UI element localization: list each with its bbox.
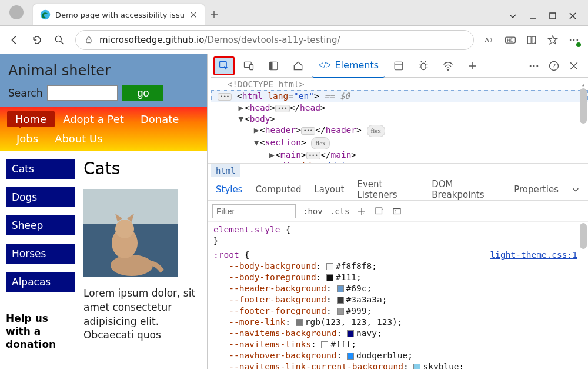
- styles-tab[interactable]: Styles: [216, 184, 243, 195]
- nav-adopt[interactable]: Adopt a Pet: [55, 111, 132, 127]
- css-var-row[interactable]: --footer-foreground: #999;: [213, 305, 588, 317]
- svg-rect-18: [395, 62, 403, 70]
- svg-text:HD: HD: [507, 38, 514, 43]
- tab-title: Demo page with accessibility issu: [55, 11, 185, 19]
- css-var-row[interactable]: --body-foreground: #111;: [213, 272, 588, 283]
- add-tab-icon[interactable]: [462, 56, 483, 75]
- event-listeners-tab[interactable]: Event Listeners: [357, 179, 419, 200]
- chevron-down-icon[interactable]: [508, 11, 517, 21]
- css-var-row[interactable]: --more-link: rgb(123, 123, 123);: [213, 317, 588, 328]
- help-icon[interactable]: ?: [548, 60, 560, 72]
- dock-icon[interactable]: [263, 56, 284, 75]
- cls-toggle[interactable]: .cls: [330, 207, 350, 216]
- network-tab-icon[interactable]: [437, 56, 459, 75]
- css-var-row[interactable]: --body-background: #f8f8f8;: [213, 261, 588, 272]
- bug-tab-icon[interactable]: [413, 56, 434, 75]
- more-icon[interactable]: [568, 34, 580, 46]
- reader-icon[interactable]: [526, 34, 537, 46]
- css-var-row[interactable]: --navitems-links: #fff;: [213, 339, 588, 350]
- source-link[interactable]: light-theme.css:1: [490, 250, 577, 261]
- css-var-row[interactable]: --navhover-background: dodgerblue;: [213, 350, 588, 361]
- layout-tool-icon[interactable]: [374, 206, 385, 217]
- devtools-close-icon[interactable]: [568, 60, 580, 72]
- svg-point-7: [570, 39, 572, 41]
- dom-breakpoints-tab[interactable]: DOM Breakpoints: [432, 179, 501, 200]
- svg-rect-26: [376, 208, 382, 214]
- page-header: Animal shelter Search go: [0, 54, 207, 107]
- favorite-icon[interactable]: [547, 34, 559, 46]
- flex-tool-icon[interactable]: [392, 206, 402, 217]
- svg-point-22: [533, 65, 535, 67]
- svg-rect-1: [550, 13, 556, 19]
- page-viewport: Animal shelter Search go Home Adopt a Pe…: [0, 54, 207, 369]
- svg-point-10: [111, 255, 153, 276]
- hd-icon[interactable]: HD: [505, 34, 516, 46]
- search-go-button[interactable]: go: [122, 85, 163, 101]
- svg-rect-17: [269, 62, 272, 70]
- refresh-icon[interactable]: [31, 34, 44, 46]
- edge-favicon-icon: [40, 9, 51, 20]
- device-toggle-icon[interactable]: [238, 56, 259, 75]
- crumb-html[interactable]: html: [211, 164, 240, 177]
- main-heading: Cats: [83, 159, 201, 178]
- lorem-text: Lorem ipsum dolor, sit amet consectetur …: [83, 287, 201, 343]
- dom-scrollbar[interactable]: ▴: [580, 79, 587, 159]
- back-icon[interactable]: [8, 34, 21, 46]
- styles-tabs: Styles Computed Layout Event Listeners D…: [208, 178, 588, 201]
- url-box[interactable]: microsoftedge.github.io/Demos/devtools-a…: [75, 30, 474, 50]
- svg-rect-3: [86, 39, 91, 42]
- profile-icon[interactable]: [9, 5, 24, 19]
- svg-text:A: A: [485, 36, 490, 44]
- sidebar-cats[interactable]: Cats: [6, 159, 75, 179]
- app-tab-icon[interactable]: [388, 56, 409, 75]
- layout-tab[interactable]: Layout: [314, 184, 344, 195]
- cat-image: [83, 189, 178, 277]
- welcome-tab-icon[interactable]: [288, 56, 309, 75]
- ellipsis-icon[interactable]: •••: [218, 93, 232, 101]
- svg-rect-13: [220, 61, 227, 67]
- chevron-down-icon[interactable]: [572, 185, 580, 194]
- browser-tab[interactable]: Demo page with accessibility issu: [33, 4, 205, 25]
- css-var-row[interactable]: --navitems-link-current-background: skyb…: [213, 361, 588, 369]
- css-var-row[interactable]: --navitems-background: navy;: [213, 328, 588, 339]
- nav-jobs[interactable]: Jobs: [8, 131, 46, 147]
- tab-close-icon[interactable]: [189, 11, 198, 19]
- svg-point-19: [421, 63, 426, 70]
- css-var-row[interactable]: --header-background: #69c;: [213, 283, 588, 294]
- sidebar-horses[interactable]: Horses: [6, 244, 75, 264]
- svg-point-23: [536, 65, 538, 67]
- nav-home[interactable]: Home: [7, 111, 55, 127]
- elements-tab[interactable]: </>Elements: [312, 54, 385, 78]
- sidebar-dogs[interactable]: Dogs: [6, 187, 75, 207]
- styles-filter-input[interactable]: [212, 204, 296, 218]
- sidebar-sheep[interactable]: Sheep: [6, 215, 75, 235]
- maximize-icon[interactable]: [548, 11, 557, 21]
- nav-about[interactable]: About Us: [46, 131, 111, 147]
- new-style-icon[interactable]: [356, 206, 367, 217]
- computed-tab[interactable]: Computed: [256, 184, 302, 195]
- sidebar-alpacas[interactable]: Alpacas: [6, 272, 75, 292]
- styles-pane[interactable]: element.style {} light-theme.css:1 :root…: [208, 222, 588, 369]
- donation-help-text: Help us with a donation: [6, 312, 75, 351]
- svg-text:?: ?: [553, 62, 556, 70]
- nav-donate[interactable]: Donate: [132, 111, 187, 127]
- properties-tab[interactable]: Properties: [514, 184, 559, 195]
- hov-toggle[interactable]: :hov: [303, 207, 323, 216]
- search-input[interactable]: [47, 85, 118, 101]
- styles-toolbar: :hov .cls: [208, 201, 588, 222]
- svg-point-21: [530, 65, 532, 67]
- styles-scrollbar[interactable]: [580, 223, 587, 335]
- read-aloud-icon[interactable]: A: [483, 34, 495, 46]
- dom-breadcrumbs[interactable]: html: [208, 163, 588, 178]
- url-text: microsoftedge.github.io/Demos/devtools-a…: [99, 35, 340, 45]
- svg-point-12: [115, 220, 134, 238]
- dom-tree[interactable]: <!DOCTYPE html> ••• <html lang="en"> == …: [208, 78, 588, 163]
- minimize-icon[interactable]: [528, 11, 537, 21]
- devtools-more-icon[interactable]: [528, 60, 540, 72]
- window-titlebar: Demo page with accessibility issu: [0, 0, 588, 26]
- css-var-row[interactable]: --footer-background: #3a3a3a;: [213, 294, 588, 305]
- close-icon[interactable]: [568, 11, 577, 21]
- new-tab-button[interactable]: [205, 4, 223, 25]
- search-icon[interactable]: [53, 34, 66, 46]
- inspect-element-icon[interactable]: [213, 56, 235, 75]
